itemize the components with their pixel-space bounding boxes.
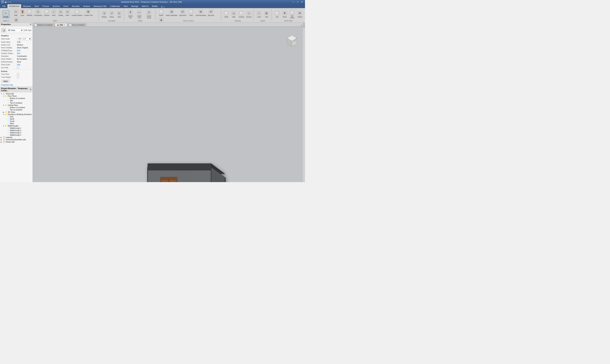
tree-item[interactable]: 📄 Top of container — [1, 102, 32, 104]
tree-item[interactable]: 📄 Walkthrough 3 — [1, 132, 32, 134]
area-boundary-button[interactable]: ⊟ Area Boundary — [195, 9, 207, 17]
titlebar-controls[interactable]: ─ □ ✕ — [292, 1, 304, 3]
tab-dropdown-icon[interactable]: ▾ — [301, 25, 302, 26]
tree-item[interactable]: ▶ 📋 Sheets (all) — [1, 141, 32, 143]
ref-plane-button[interactable]: ⬜ Ref Plane — [289, 10, 296, 19]
tree-item[interactable]: 📄 Site — [1, 100, 32, 102]
railing-button[interactable]: ⊐ Railing — [101, 10, 108, 18]
tab-steel[interactable]: Steel — [33, 4, 40, 8]
tab-systems[interactable]: Systems — [51, 4, 62, 8]
tree-item[interactable]: ▶ 📋 Schedules/Quantities (all) — [1, 139, 32, 141]
viewer-button[interactable]: 👁 Viewer — [296, 10, 304, 18]
tree-item[interactable]: ▶ 📋 Legends — [1, 136, 32, 139]
room-separator-button[interactable]: ⊟ Room Separator — [165, 9, 178, 17]
tree-item[interactable]: 📄 Walkthrough 1 — [1, 127, 32, 129]
close-button[interactable]: ✕ — [300, 1, 304, 3]
tree-item[interactable]: 📄 Top of container — [1, 109, 32, 111]
crop-region-checkbox[interactable] — [17, 76, 19, 78]
tab-analyze[interactable]: Analyze — [81, 4, 92, 8]
tree-item[interactable]: ▼ 📁 Ceiling Plans — [1, 104, 32, 106]
tab-precast[interactable]: Precast — [40, 4, 51, 8]
minimize-button[interactable]: ─ — [292, 1, 295, 3]
tree-item[interactable]: ▼ 📁 Floor Plans — [1, 95, 32, 97]
view-scale-select[interactable]: 1/8" = 1'-0" — [17, 38, 31, 40]
tab-massing[interactable]: Massing & Site — [92, 4, 108, 8]
tree-item[interactable]: ▼ 📁 Elevations (Building Elevation) — [1, 113, 32, 116]
view-cube[interactable]: FRONT RIGHT — [285, 34, 299, 48]
model-group-button[interactable]: ⬡ Model Group — [144, 10, 154, 19]
component-button[interactable]: ⬡ Component — [33, 9, 43, 17]
maximize-button[interactable]: □ — [296, 1, 299, 3]
ribbon-help-icon[interactable]: ? — [163, 6, 164, 8]
view-type-dropdown[interactable]: 3D View — [7, 28, 23, 32]
shaft-button[interactable]: ⬜ Shaft — [223, 10, 230, 18]
tab-file[interactable]: File — [1, 4, 7, 8]
graphic-displa-link[interactable]: Edit... — [17, 52, 22, 54]
right-scrollbar[interactable] — [303, 23, 305, 182]
tab-bottom-of-container[interactable]: 📄 Bottom of container — [33, 23, 55, 26]
ceiling-button[interactable]: ▭ Ceiling — [57, 9, 64, 17]
tab-top-of-container[interactable]: 📄 Top of container — [67, 23, 86, 26]
tab-addins[interactable]: Add-Ins — [140, 4, 150, 8]
tab-close-3d[interactable]: ✕ — [64, 24, 65, 26]
tab-architecture[interactable]: Architecture — [7, 4, 21, 8]
tree-item[interactable]: 📄 South — [1, 120, 32, 122]
tab-insert[interactable]: Insert — [62, 4, 70, 8]
tag-room-button[interactable]: 🏷 Tag Room — [179, 9, 187, 17]
tab-collaborate[interactable]: Collaborate — [108, 4, 122, 8]
roof-button[interactable]: ⌂ Roof — [51, 9, 57, 17]
ramp-button[interactable]: ↗ Ramp — [108, 10, 115, 18]
visibility-grap-link[interactable]: Edit... — [17, 50, 22, 52]
project-browser-close-button[interactable]: ✕ — [30, 88, 31, 91]
3d-view-canvas[interactable]: FRONT RIGHT ⊡ ⊞ ◈ ↕ ↔ Activate Windows G… — [33, 27, 303, 182]
window-button[interactable]: ⬜ Window — [26, 9, 33, 17]
tree-item[interactable]: 📄 Bottom of container — [1, 106, 32, 109]
grid-button[interactable]: ⊞ Grid — [263, 10, 270, 18]
redo-icon[interactable]: ↪ — [10, 1, 11, 3]
vertical-button[interactable]: ⬜ Vertical — [238, 10, 245, 18]
properties-close-button[interactable]: ✕ — [30, 23, 31, 26]
tree-item[interactable]: 📄 Walkthrough 4 — [1, 134, 32, 136]
quick-save-icon[interactable]: 💾 — [5, 1, 7, 3]
tab-modify[interactable]: Modify — [150, 4, 159, 8]
level-button[interactable]: ↕ Level — [255, 10, 263, 18]
opening-wall-button[interactable]: ▭ Wall — [230, 10, 237, 18]
tree-item[interactable]: 📄 Walkthrough 2 — [1, 129, 32, 132]
tab-structure[interactable]: Structure — [21, 4, 33, 8]
set-button[interactable]: ⬜ Set — [274, 10, 281, 18]
stair-button[interactable]: ⊏ Stair — [116, 10, 123, 18]
tab-3d[interactable]: 📦 (3D) ✕ — [55, 23, 67, 26]
door-button[interactable]: 🚪 Door — [19, 9, 26, 17]
tree-item[interactable]: 📄 West — [1, 122, 32, 125]
model-line-button[interactable]: — Model Line — [135, 10, 144, 19]
edit-type-link[interactable]: Edit Type — [24, 29, 31, 31]
ribbon-search-icon[interactable]: 🔍 — [161, 6, 163, 8]
curtain-grid-button[interactable]: ⊞ Curtain Grid — [83, 9, 93, 17]
tree-item[interactable]: ▼ 📁 Walkthroughs — [1, 125, 32, 127]
show-button[interactable]: 👁 Show — [281, 10, 288, 18]
area-button[interactable]: ⬜ Area — [187, 9, 195, 17]
tree-item[interactable]: ▶ 📁 3D Views — [1, 111, 32, 113]
tab-manage[interactable]: Manage — [130, 4, 140, 8]
tree-item[interactable]: 📄 North — [1, 118, 32, 120]
show-grids-link[interactable]: Edit... — [17, 64, 22, 66]
model-text-button[interactable]: T Model Text — [126, 10, 134, 19]
properties-help-link[interactable]: Properties help — [1, 84, 13, 86]
tab-view[interactable]: View — [122, 4, 130, 8]
sun-path-checkbox[interactable] — [17, 66, 19, 69]
tree-item[interactable]: 📄 East — [1, 116, 32, 118]
dormer-button[interactable]: ⌂ Dormer — [245, 10, 252, 18]
apply-button[interactable]: Apply — [1, 80, 10, 83]
curtain-system-button[interactable]: ⬜ Curtain System — [71, 9, 83, 17]
tab-annotate[interactable]: Annotate — [70, 4, 81, 8]
crop-view-checkbox[interactable] — [17, 73, 19, 75]
modify-button[interactable]: ↖ Modify — [2, 10, 10, 18]
tree-item[interactable]: 📄 Bottom of container — [1, 97, 32, 100]
floor-button[interactable]: ▭ Floor — [65, 9, 71, 17]
undo-icon[interactable]: ↩ — [7, 1, 9, 3]
column-button[interactable]: ⬜ Column — [43, 9, 50, 17]
tag-area-button[interactable]: 🏷 Tag Area — [207, 9, 215, 17]
room-button[interactable]: ⬜ Room — [158, 9, 165, 17]
wall-button[interactable]: ▭ Wall — [13, 9, 19, 17]
tree-item[interactable]: ▼ 📁 Views (all) — [1, 93, 32, 95]
